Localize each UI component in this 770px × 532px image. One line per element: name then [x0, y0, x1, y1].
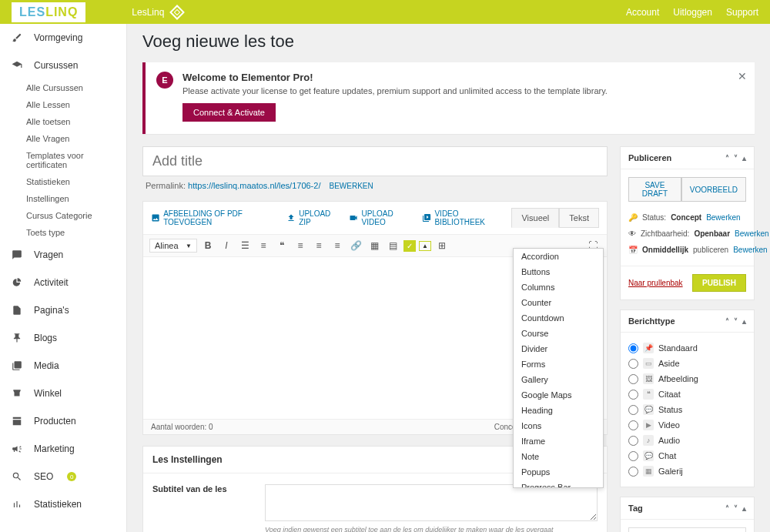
edit-visibility-link[interactable]: Bewerken — [735, 229, 768, 238]
chevron-up-icon[interactable]: ˄ — [725, 154, 729, 162]
format-radio-image[interactable] — [628, 374, 638, 384]
dd-accordion[interactable]: Accordion — [514, 249, 603, 264]
format-radio-audio[interactable] — [628, 436, 638, 446]
sidebar-item-statistieken[interactable]: Statistieken — [0, 490, 126, 518]
tab-visual[interactable]: Visueel — [511, 208, 559, 228]
upload-zip-button[interactable]: UPLOAD ZIP — [286, 209, 338, 226]
publish-button[interactable]: PUBLISH — [692, 274, 746, 292]
format-radio-aside[interactable] — [628, 359, 638, 369]
sidebar-label: Pagina's — [34, 305, 69, 316]
nav-support[interactable]: Support — [726, 7, 758, 18]
sidebar-item-activiteit[interactable]: Activiteit — [0, 269, 126, 296]
triangle-up-icon[interactable]: ▴ — [742, 504, 746, 513]
format-radio-chat[interactable] — [628, 451, 638, 461]
sidebar-item-marketing[interactable]: Marketing — [0, 435, 126, 463]
sidebar-item-cursussen[interactable]: Cursussen — [0, 52, 126, 79]
triangle-up-icon[interactable]: ▴ — [742, 317, 746, 326]
dd-counter[interactable]: Counter — [514, 295, 603, 310]
connect-activate-button[interactable]: Connect & Activate — [182, 103, 276, 122]
save-draft-button[interactable]: SAVE DRAFT — [628, 177, 681, 202]
sub-alle-lessen[interactable]: Alle Lessen — [0, 96, 126, 113]
sidebar-label: Winkel — [34, 388, 62, 399]
nav-account[interactable]: Account — [626, 7, 659, 18]
add-image-pdf-button[interactable]: AFBEELDING OF PDF TOEVOEGEN — [151, 209, 276, 226]
video-library-button[interactable]: VIDEO BIBLIOTHEEK — [422, 209, 500, 226]
sidebar-label: Cursussen — [34, 60, 78, 71]
dd-iframe[interactable]: Iframe — [514, 433, 603, 449]
sidebar-item-vragen[interactable]: Vragen — [0, 241, 126, 269]
format-radio-gallery[interactable] — [628, 467, 638, 477]
format-radio-quote[interactable] — [628, 390, 638, 400]
dd-countdown[interactable]: Countdown — [514, 310, 603, 326]
tab-text[interactable]: Tekst — [559, 208, 599, 228]
sidebar-item-winkel[interactable]: Winkel — [0, 380, 126, 407]
sidebar-item-paginas[interactable]: Pagina's — [0, 296, 126, 324]
sidebar-item-seo[interactable]: SEO 0 — [0, 463, 126, 490]
dd-note[interactable]: Note — [514, 449, 603, 464]
chevron-down-icon[interactable]: ˅ — [734, 154, 738, 162]
close-icon[interactable]: ✕ — [738, 70, 747, 82]
bold-button[interactable]: B — [200, 238, 216, 253]
dd-popups[interactable]: Popups — [514, 464, 603, 480]
dd-columns[interactable]: Columns — [514, 279, 603, 295]
format-select[interactable]: Alinea▼ — [149, 239, 197, 253]
italic-button[interactable]: I — [219, 238, 234, 253]
trash-link[interactable]: Naar prullenbak — [628, 279, 683, 287]
nav-logout[interactable]: Uitloggen — [673, 7, 712, 18]
dd-gallery[interactable]: Gallery — [514, 372, 603, 387]
tag-input[interactable] — [628, 527, 746, 532]
dd-googlemaps[interactable]: Google Maps — [514, 387, 603, 403]
chevron-down-icon[interactable]: ˅ — [734, 504, 738, 513]
shortcode-dropdown-button[interactable]: ▲ — [419, 241, 431, 251]
sub-statistieken[interactable]: Statistieken — [0, 173, 126, 190]
sidebar-item-blogs[interactable]: Blogs — [0, 324, 126, 352]
dd-progressbar[interactable]: Progress Bar — [514, 480, 603, 488]
dd-heading[interactable]: Heading — [514, 403, 603, 418]
shortcode-button[interactable]: ✓ — [403, 240, 416, 252]
permalink-url[interactable]: https://leslinq.maatos.nl/les/1706-2/ — [188, 181, 320, 190]
tag-panel: Tag ˄˅▴ TOEVOEGEN Tags scheiden door kom… — [620, 497, 755, 532]
sidebar-item-vormgeving[interactable]: Vormgeving — [0, 24, 126, 52]
align-right-button[interactable]: ≡ — [330, 238, 345, 253]
more-button[interactable]: ▦ — [367, 238, 382, 253]
dd-icons[interactable]: Icons — [514, 418, 603, 433]
toolbar-toggle-button[interactable]: ▤ — [385, 238, 400, 253]
chevron-down-icon[interactable]: ˅ — [734, 317, 738, 326]
triangle-up-icon[interactable]: ▴ — [742, 154, 746, 162]
subtitle-textarea[interactable] — [265, 484, 598, 521]
link-button[interactable]: 🔗 — [348, 238, 363, 253]
quote-button[interactable]: ❝ — [274, 238, 290, 253]
edit-permalink-button[interactable]: BEWERKEN — [330, 182, 373, 190]
chevron-up-icon[interactable]: ˄ — [725, 317, 729, 326]
sidebar-item-producten[interactable]: Producten — [0, 407, 126, 435]
chevron-up-icon[interactable]: ˄ — [725, 504, 729, 513]
sub-cursus-categorie[interactable]: Cursus Categorie — [0, 207, 126, 224]
preview-button[interactable]: VOORBEELD — [681, 177, 746, 202]
bullet-list-button[interactable]: ☰ — [237, 238, 253, 253]
format-radio-video[interactable] — [628, 420, 638, 430]
edit-schedule-link[interactable]: Bewerken — [733, 246, 767, 254]
sub-templates[interactable]: Templates voor certificaten — [0, 147, 126, 173]
sub-alle-cursussen[interactable]: Alle Cursussen — [0, 79, 126, 96]
number-list-button[interactable]: ≡ — [256, 238, 271, 253]
dd-divider[interactable]: Divider — [514, 341, 603, 356]
sub-instellingen[interactable]: Instellingen — [0, 190, 126, 207]
quote-icon: ❝ — [643, 389, 654, 400]
format-radio-standard[interactable] — [628, 343, 638, 353]
sub-alle-toetsen[interactable]: Alle toetsen — [0, 113, 126, 130]
align-left-button[interactable]: ≡ — [293, 238, 308, 253]
dd-course[interactable]: Course — [514, 326, 603, 341]
sub-toets-type[interactable]: Toets type — [0, 224, 126, 241]
upload-video-button[interactable]: UPLOAD VIDEO — [349, 209, 411, 226]
edit-status-link[interactable]: Bewerken — [706, 213, 740, 222]
sidebar-item-media[interactable]: Media — [0, 352, 126, 380]
title-input[interactable] — [142, 146, 608, 176]
format-radio-status[interactable] — [628, 405, 638, 415]
dd-forms[interactable]: Forms — [514, 356, 603, 372]
status-icon: 💬 — [643, 404, 654, 415]
sub-alle-vragen[interactable]: Alle Vragen — [0, 130, 126, 147]
grid-button[interactable]: ⊞ — [434, 238, 450, 253]
align-center-button[interactable]: ≡ — [311, 238, 326, 253]
dd-buttons[interactable]: Buttons — [514, 264, 603, 279]
sidebar-label: Statistieken — [34, 499, 82, 510]
